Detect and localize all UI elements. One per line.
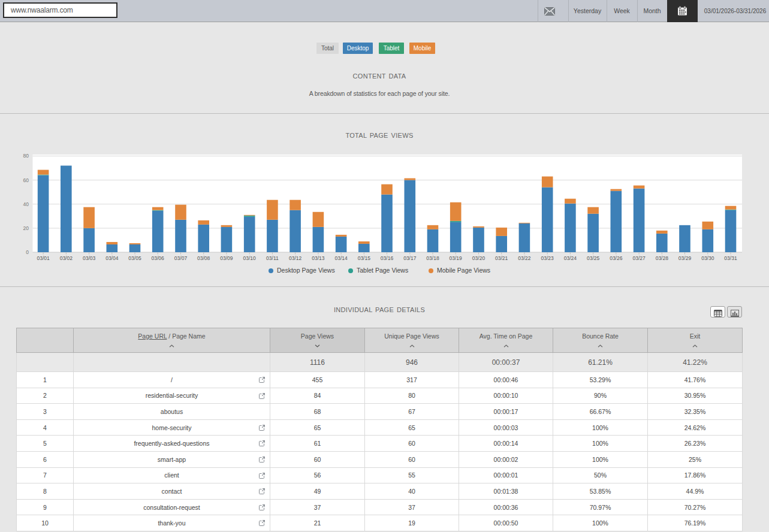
svg-text:03/24: 03/24 <box>564 255 577 261</box>
svg-text:03/03: 03/03 <box>83 255 96 261</box>
svg-text:03/01: 03/01 <box>37 255 50 261</box>
svg-text:03/05: 03/05 <box>128 255 141 261</box>
svg-text:03/02: 03/02 <box>60 255 73 261</box>
svg-text:03/21: 03/21 <box>495 255 508 261</box>
svg-text:03/14: 03/14 <box>334 255 348 261</box>
svg-text:03/09: 03/09 <box>220 255 233 261</box>
svg-text:03/04: 03/04 <box>105 255 119 261</box>
svg-text:03/06: 03/06 <box>152 255 165 261</box>
svg-text:0: 0 <box>26 249 29 255</box>
svg-text:03/20: 03/20 <box>472 255 485 261</box>
svg-text:03/26: 03/26 <box>610 255 623 261</box>
svg-text:03/12: 03/12 <box>289 255 302 261</box>
svg-text:03/15: 03/15 <box>358 255 371 261</box>
svg-text:03/27: 03/27 <box>632 255 646 261</box>
svg-text:03/30: 03/30 <box>701 255 714 261</box>
svg-text:80: 80 <box>23 153 29 159</box>
svg-text:03/31: 03/31 <box>724 255 737 261</box>
svg-text:03/07: 03/07 <box>174 255 188 261</box>
svg-text:40: 40 <box>23 201 29 207</box>
svg-text:03/25: 03/25 <box>587 255 600 261</box>
svg-text:03/18: 03/18 <box>426 255 439 261</box>
svg-text:03/29: 03/29 <box>678 255 692 261</box>
svg-text:03/16: 03/16 <box>381 255 394 261</box>
svg-text:03/19: 03/19 <box>450 255 463 261</box>
svg-text:03/11: 03/11 <box>266 255 279 261</box>
svg-text:03/08: 03/08 <box>197 255 210 261</box>
svg-text:03/10: 03/10 <box>243 255 257 261</box>
svg-text:20: 20 <box>23 225 29 231</box>
svg-text:60: 60 <box>23 177 29 183</box>
svg-text:03/22: 03/22 <box>518 255 531 261</box>
svg-text:03/17: 03/17 <box>403 255 417 261</box>
svg-text:03/13: 03/13 <box>312 255 325 261</box>
svg-text:03/28: 03/28 <box>656 255 669 261</box>
svg-text:03/23: 03/23 <box>541 255 554 261</box>
